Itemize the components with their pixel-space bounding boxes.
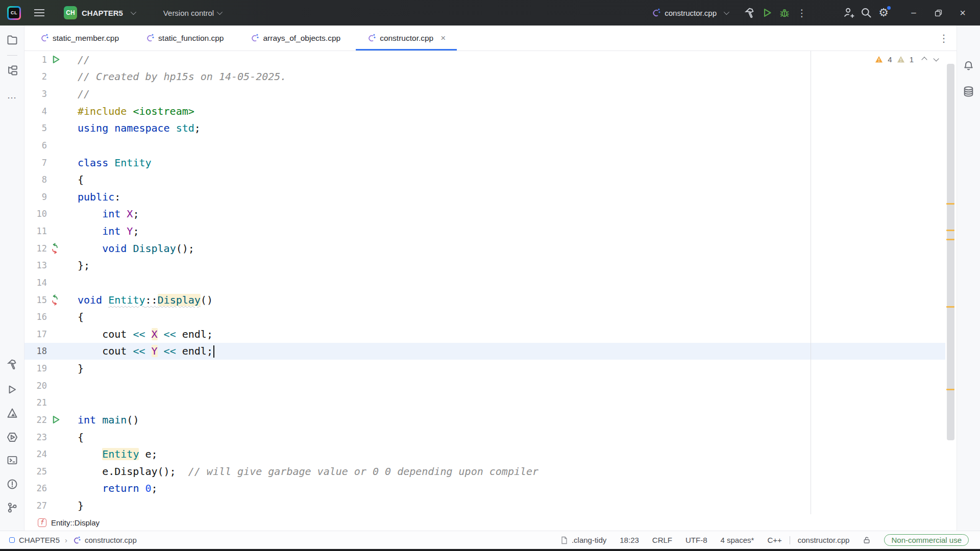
run-line-icon[interactable]: [47, 55, 78, 64]
tab-static_member-cpp[interactable]: static_member.cpp: [29, 26, 130, 51]
code-line[interactable]: 21: [24, 394, 957, 412]
services-tool-icon[interactable]: [4, 429, 21, 446]
status-project[interactable]: CHAPTER5: [19, 536, 60, 544]
code-line[interactable]: 19}: [24, 360, 957, 377]
code-line[interactable]: 23{: [24, 429, 957, 446]
build-tool-icon[interactable]: [4, 356, 21, 373]
code-line[interactable]: 26 return 0;: [24, 480, 957, 497]
unlock-icon[interactable]: [863, 536, 871, 544]
warning-stripe-mark[interactable]: [946, 230, 954, 231]
code-line[interactable]: 15void Entity::Display(): [24, 291, 957, 309]
divider: [790, 536, 790, 544]
terminal-tool-icon[interactable]: [4, 452, 21, 469]
code-line[interactable]: 11 int Y;: [24, 222, 957, 240]
git-tool-icon[interactable]: [4, 499, 21, 516]
status-file[interactable]: constructor.cpp: [85, 536, 137, 544]
code-line[interactable]: 2// Created by hp15s on 14-05-2025.: [24, 68, 957, 86]
code-token: ;: [133, 208, 139, 220]
code-token: [139, 482, 145, 494]
license-badge[interactable]: Non-commercial use: [884, 534, 969, 546]
implementation-marker-icon[interactable]: [47, 242, 78, 255]
code-line[interactable]: 24 Entity e;: [24, 445, 957, 463]
code-line[interactable]: 20: [24, 377, 957, 394]
project-selector[interactable]: CH CHAPTER5: [64, 6, 135, 19]
scrollbar-thumb[interactable]: [947, 64, 954, 440]
code-editor[interactable]: 1//2// Created by hp15s on 14-05-2025.3/…: [24, 51, 957, 514]
code-token: endl;: [182, 345, 213, 357]
window-close-button[interactable]: ×: [950, 3, 975, 23]
code-line[interactable]: 6: [24, 137, 957, 154]
run-button[interactable]: [758, 4, 776, 21]
code-text: void Entity::Display(): [78, 294, 213, 306]
warning-stripe-mark[interactable]: [946, 306, 954, 308]
encoding-widget[interactable]: UTF-8: [685, 536, 707, 544]
code-line[interactable]: 27}: [24, 497, 957, 514]
code-line[interactable]: 18 cout << Y << endl;: [24, 343, 957, 360]
more-tool-windows-icon[interactable]: …: [4, 87, 21, 104]
code-line[interactable]: 1//: [24, 51, 957, 68]
code-text: }: [78, 499, 84, 512]
line-ending-widget[interactable]: CRLF: [652, 536, 672, 544]
clang-tidy-widget[interactable]: .clang-tidy: [560, 536, 606, 544]
line-number: 19: [24, 363, 47, 373]
database-tool-icon[interactable]: [960, 83, 977, 100]
warning-stripe-mark[interactable]: [946, 389, 954, 390]
cmake-tool-icon[interactable]: [4, 405, 21, 422]
context-hint-label[interactable]: Entity::Display: [51, 518, 100, 527]
tab-arrays_of_objects-cpp[interactable]: arrays_of_objects.cpp: [239, 26, 352, 51]
code-line[interactable]: 25 e.Display(); // will give garbage val…: [24, 463, 957, 480]
add-user-icon[interactable]: [840, 4, 857, 21]
warning-stripe-mark[interactable]: [946, 203, 954, 205]
tab-options-icon[interactable]: ⋮: [939, 26, 949, 51]
warning-stripe-mark[interactable]: [946, 239, 954, 240]
tab-constructor-cpp[interactable]: constructor.cpp×: [356, 26, 457, 51]
run-line-icon[interactable]: [47, 415, 78, 424]
error-stripe[interactable]: [945, 51, 957, 514]
tab-close-icon[interactable]: ×: [440, 33, 446, 43]
code-token: [78, 208, 102, 220]
main-menu-icon[interactable]: [34, 9, 44, 16]
caret-position-widget[interactable]: 18:23: [620, 536, 639, 544]
window-minimize-button[interactable]: –: [901, 3, 926, 23]
code-line[interactable]: 9public:: [24, 188, 957, 206]
code-line[interactable]: 3//: [24, 85, 957, 103]
inspections-widget[interactable]: 4 1: [875, 55, 937, 64]
chevron-down-icon: [131, 9, 136, 15]
more-actions-icon[interactable]: ⋮: [793, 4, 811, 21]
code-line[interactable]: 17 cout << X << endl;: [24, 325, 957, 343]
problems-tool-icon[interactable]: [4, 475, 21, 493]
vcs-widget[interactable]: Version control: [163, 9, 221, 17]
code-line[interactable]: 16{: [24, 308, 957, 325]
code-line[interactable]: 7class Entity: [24, 154, 957, 171]
code-token: e.Display();: [78, 465, 188, 478]
build-button[interactable]: [741, 4, 758, 21]
previous-issue-icon[interactable]: [921, 57, 927, 62]
code-line[interactable]: 13};: [24, 257, 957, 274]
code-line[interactable]: 10 int X;: [24, 206, 957, 223]
code-text: public:: [78, 191, 120, 203]
language-widget[interactable]: C++ constructor.cpp: [767, 536, 849, 544]
chevron-down-icon: [724, 9, 729, 15]
ide-window: CL CH CHAPTER5 Version control construct…: [0, 0, 980, 551]
tab-static_function-cpp[interactable]: static_function.cpp: [134, 26, 235, 51]
debug-button[interactable]: [776, 4, 793, 21]
project-tool-icon[interactable]: [4, 31, 21, 48]
code-line[interactable]: 4#include <iostream>: [24, 103, 957, 120]
code-line[interactable]: 14: [24, 274, 957, 291]
code-line[interactable]: 12 void Display();: [24, 240, 957, 257]
code-line[interactable]: 22int main(): [24, 411, 957, 429]
search-icon[interactable]: [857, 4, 875, 21]
indent-widget[interactable]: 4 spaces*: [721, 536, 754, 544]
code-line[interactable]: 5using namespace std;: [24, 120, 957, 137]
run-configuration-selector[interactable]: constructor.cpp: [651, 8, 728, 17]
tab-label: static_member.cpp: [53, 34, 119, 43]
code-line[interactable]: 8{: [24, 171, 957, 188]
run-tool-icon[interactable]: [4, 381, 21, 398]
structure-tool-icon[interactable]: [4, 62, 21, 79]
window-restore-button[interactable]: [926, 3, 950, 23]
notifications-bell-icon[interactable]: [960, 56, 977, 73]
implementation-marker-icon[interactable]: [47, 294, 78, 306]
code-token: ;: [133, 225, 139, 237]
settings-gear-icon[interactable]: ⚙: [875, 4, 892, 21]
code-token: :: [114, 191, 120, 203]
